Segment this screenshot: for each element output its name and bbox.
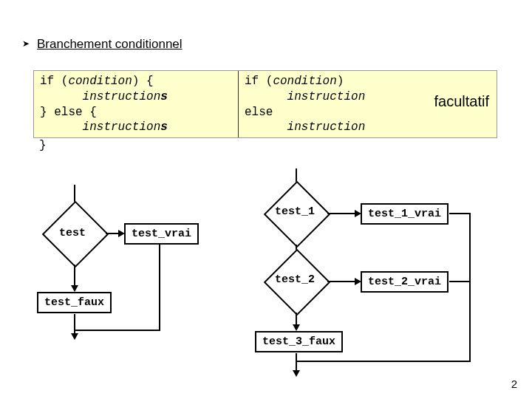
box-test-3-faux: test_3_faux	[255, 331, 343, 352]
flowchart-area: test test_vrai test_faux test_1 test_1_v…	[22, 163, 510, 377]
box-test-vrai: test_vrai	[124, 223, 199, 245]
section-heading: ➤Branchement conditionnel	[22, 37, 510, 52]
label-test-1: test_1	[275, 205, 315, 218]
arrow-icon	[71, 333, 78, 340]
heading-text: Branchement conditionnel	[37, 37, 183, 51]
box-test-faux: test_faux	[37, 292, 112, 313]
box-test-1-vrai: test_1_vrai	[361, 203, 449, 225]
closing-brace: }	[39, 139, 47, 152]
arrow-icon	[293, 370, 300, 377]
box-test-2-vrai: test_2_vrai	[361, 271, 449, 293]
label-test: test	[59, 227, 86, 239]
facultatif-label: facultatif	[434, 92, 489, 111]
code-right: if (condition) instruction else instruct…	[239, 71, 497, 137]
bullet-icon: ➤	[22, 38, 30, 49]
code-block: if (condition) { instructions } else { i…	[33, 70, 497, 138]
arrow-icon	[293, 324, 300, 331]
label-test-2: test_2	[275, 273, 315, 286]
code-left: if (condition) { instructions } else { i…	[34, 71, 239, 137]
page-number: 2	[511, 378, 517, 390]
arrow-icon	[71, 285, 78, 292]
